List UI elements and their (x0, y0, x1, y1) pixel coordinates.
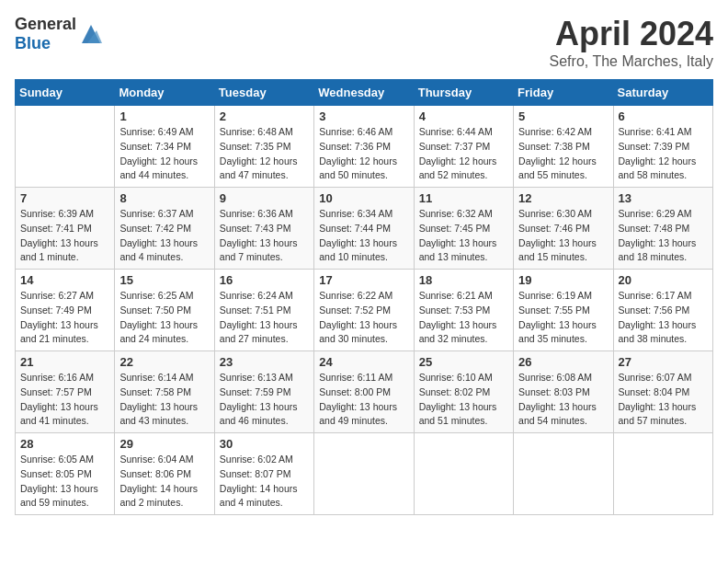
logo-text: General Blue (15, 15, 76, 53)
calendar-week-2: 7Sunrise: 6:39 AMSunset: 7:41 PMDaylight… (16, 188, 713, 270)
calendar-cell: 9Sunrise: 6:36 AMSunset: 7:43 PMDaylight… (214, 188, 313, 270)
location-subtitle: Sefro, The Marches, Italy (550, 53, 713, 70)
day-number: 1 (119, 109, 209, 123)
day-info: Sunrise: 6:05 AMSunset: 8:05 PMDaylight:… (20, 454, 98, 508)
day-number: 7 (20, 191, 109, 205)
weekday-header-wednesday: Wednesday (314, 80, 414, 106)
calendar-cell: 2Sunrise: 6:48 AMSunset: 7:35 PMDaylight… (214, 106, 313, 188)
day-info: Sunrise: 6:32 AMSunset: 7:45 PMDaylight:… (419, 208, 497, 262)
calendar-cell: 8Sunrise: 6:37 AMSunset: 7:42 PMDaylight… (115, 188, 214, 270)
logo: General Blue (15, 15, 104, 53)
weekday-header-friday: Friday (514, 80, 613, 106)
day-info: Sunrise: 6:34 AMSunset: 7:44 PMDaylight:… (319, 208, 397, 262)
weekday-header-monday: Monday (115, 80, 214, 106)
day-info: Sunrise: 6:22 AMSunset: 7:52 PMDaylight:… (319, 290, 397, 344)
day-number: 5 (518, 109, 608, 123)
day-info: Sunrise: 6:36 AMSunset: 7:43 PMDaylight:… (220, 208, 298, 262)
calendar-cell: 12Sunrise: 6:30 AMSunset: 7:46 PMDayligh… (514, 188, 613, 270)
day-info: Sunrise: 6:49 AMSunset: 7:34 PMDaylight:… (119, 126, 198, 180)
day-info: Sunrise: 6:44 AMSunset: 7:37 PMDaylight:… (419, 126, 497, 180)
calendar-cell: 18Sunrise: 6:21 AMSunset: 7:53 PMDayligh… (414, 270, 513, 351)
calendar-cell (514, 433, 613, 515)
calendar-cell: 13Sunrise: 6:29 AMSunset: 7:48 PMDayligh… (613, 188, 712, 270)
day-number: 12 (518, 191, 608, 205)
calendar-cell: 4Sunrise: 6:44 AMSunset: 7:37 PMDaylight… (414, 106, 513, 188)
logo-blue: Blue (15, 34, 51, 52)
title-block: April 2024 Sefro, The Marches, Italy (550, 15, 713, 70)
day-number: 29 (119, 437, 209, 451)
calendar-cell: 22Sunrise: 6:14 AMSunset: 7:58 PMDayligh… (115, 351, 214, 433)
calendar-week-5: 28Sunrise: 6:05 AMSunset: 8:05 PMDayligh… (16, 433, 713, 515)
calendar-cell: 11Sunrise: 6:32 AMSunset: 7:45 PMDayligh… (414, 188, 513, 270)
day-info: Sunrise: 6:29 AMSunset: 7:48 PMDaylight:… (619, 208, 697, 262)
day-number: 8 (119, 191, 209, 205)
weekday-header-sunday: Sunday (16, 80, 115, 106)
calendar-cell: 20Sunrise: 6:17 AMSunset: 7:56 PMDayligh… (613, 270, 712, 351)
calendar-cell: 26Sunrise: 6:08 AMSunset: 8:03 PMDayligh… (514, 351, 613, 433)
calendar-cell: 10Sunrise: 6:34 AMSunset: 7:44 PMDayligh… (314, 188, 414, 270)
calendar-cell: 6Sunrise: 6:41 AMSunset: 7:39 PMDaylight… (613, 106, 712, 188)
day-number: 15 (119, 273, 209, 287)
day-info: Sunrise: 6:13 AMSunset: 7:59 PMDaylight:… (220, 372, 298, 426)
day-number: 28 (20, 437, 109, 451)
calendar-cell: 5Sunrise: 6:42 AMSunset: 7:38 PMDaylight… (514, 106, 613, 188)
day-info: Sunrise: 6:25 AMSunset: 7:50 PMDaylight:… (119, 290, 198, 344)
calendar-cell: 1Sunrise: 6:49 AMSunset: 7:34 PMDaylight… (115, 106, 214, 188)
day-info: Sunrise: 6:16 AMSunset: 7:57 PMDaylight:… (20, 372, 98, 426)
day-number: 26 (518, 355, 608, 369)
day-info: Sunrise: 6:17 AMSunset: 7:56 PMDaylight:… (619, 290, 697, 344)
calendar-cell: 25Sunrise: 6:10 AMSunset: 8:02 PMDayligh… (414, 351, 513, 433)
logo-icon (78, 21, 104, 47)
day-info: Sunrise: 6:39 AMSunset: 7:41 PMDaylight:… (20, 208, 98, 262)
calendar-cell: 30Sunrise: 6:02 AMSunset: 8:07 PMDayligh… (214, 433, 313, 515)
calendar-cell (613, 433, 712, 515)
day-number: 23 (220, 355, 309, 369)
day-info: Sunrise: 6:27 AMSunset: 7:49 PMDaylight:… (20, 290, 98, 344)
month-year-title: April 2024 (550, 15, 713, 53)
page-header: General Blue April 2024 Sefro, The March… (15, 15, 713, 70)
day-info: Sunrise: 6:10 AMSunset: 8:02 PMDaylight:… (419, 372, 497, 426)
calendar-header: SundayMondayTuesdayWednesdayThursdayFrid… (16, 80, 713, 106)
calendar-week-4: 21Sunrise: 6:16 AMSunset: 7:57 PMDayligh… (16, 351, 713, 433)
calendar-cell: 15Sunrise: 6:25 AMSunset: 7:50 PMDayligh… (115, 270, 214, 351)
day-info: Sunrise: 6:21 AMSunset: 7:53 PMDaylight:… (419, 290, 497, 344)
calendar-cell: 14Sunrise: 6:27 AMSunset: 7:49 PMDayligh… (16, 270, 115, 351)
day-info: Sunrise: 6:14 AMSunset: 7:58 PMDaylight:… (119, 372, 198, 426)
day-info: Sunrise: 6:48 AMSunset: 7:35 PMDaylight:… (220, 126, 298, 180)
day-number: 17 (319, 273, 408, 287)
day-number: 4 (419, 109, 508, 123)
calendar-cell: 17Sunrise: 6:22 AMSunset: 7:52 PMDayligh… (314, 270, 414, 351)
calendar-week-1: 1Sunrise: 6:49 AMSunset: 7:34 PMDaylight… (16, 106, 713, 188)
calendar-cell: 28Sunrise: 6:05 AMSunset: 8:05 PMDayligh… (16, 433, 115, 515)
day-number: 11 (419, 191, 508, 205)
weekday-header-saturday: Saturday (613, 80, 712, 106)
day-number: 20 (619, 273, 708, 287)
calendar-cell: 16Sunrise: 6:24 AMSunset: 7:51 PMDayligh… (214, 270, 313, 351)
calendar-cell: 24Sunrise: 6:11 AMSunset: 8:00 PMDayligh… (314, 351, 414, 433)
day-info: Sunrise: 6:02 AMSunset: 8:07 PMDaylight:… (220, 454, 298, 508)
day-info: Sunrise: 6:30 AMSunset: 7:46 PMDaylight:… (518, 208, 597, 262)
day-info: Sunrise: 6:04 AMSunset: 8:06 PMDaylight:… (119, 454, 198, 508)
calendar-cell (414, 433, 513, 515)
day-number: 14 (20, 273, 109, 287)
calendar-body: 1Sunrise: 6:49 AMSunset: 7:34 PMDaylight… (16, 106, 713, 515)
day-number: 3 (319, 109, 408, 123)
day-info: Sunrise: 6:37 AMSunset: 7:42 PMDaylight:… (119, 208, 198, 262)
calendar-cell: 27Sunrise: 6:07 AMSunset: 8:04 PMDayligh… (613, 351, 712, 433)
day-number: 19 (518, 273, 608, 287)
day-number: 18 (419, 273, 508, 287)
day-number: 13 (619, 191, 708, 205)
day-info: Sunrise: 6:46 AMSunset: 7:36 PMDaylight:… (319, 126, 397, 180)
day-info: Sunrise: 6:42 AMSunset: 7:38 PMDaylight:… (518, 126, 597, 180)
day-number: 10 (319, 191, 408, 205)
day-info: Sunrise: 6:11 AMSunset: 8:00 PMDaylight:… (319, 372, 397, 426)
weekday-header-thursday: Thursday (414, 80, 513, 106)
logo-general: General (15, 15, 76, 33)
calendar-cell: 3Sunrise: 6:46 AMSunset: 7:36 PMDaylight… (314, 106, 414, 188)
weekday-header-tuesday: Tuesday (214, 80, 313, 106)
calendar-week-3: 14Sunrise: 6:27 AMSunset: 7:49 PMDayligh… (16, 270, 713, 351)
calendar-cell: 23Sunrise: 6:13 AMSunset: 7:59 PMDayligh… (214, 351, 313, 433)
calendar-cell: 21Sunrise: 6:16 AMSunset: 7:57 PMDayligh… (16, 351, 115, 433)
day-number: 22 (119, 355, 209, 369)
day-info: Sunrise: 6:19 AMSunset: 7:55 PMDaylight:… (518, 290, 597, 344)
